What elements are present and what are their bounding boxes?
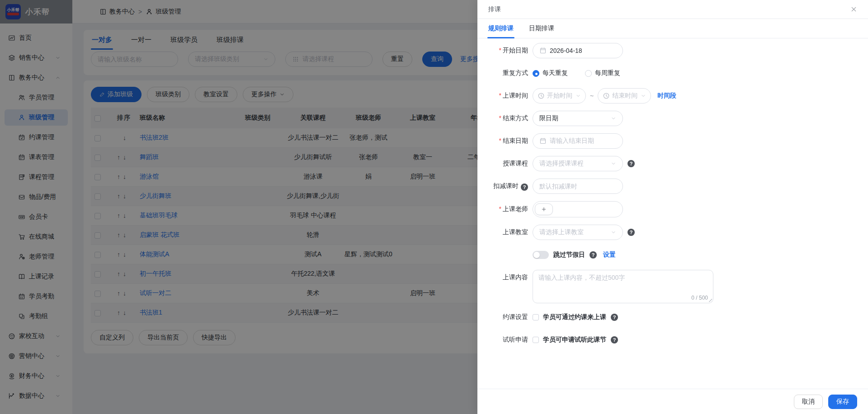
end-mode-label: *结束方式	[488, 114, 528, 122]
radio-daily-label: 每天重复	[542, 69, 568, 77]
room-placeholder: 请选择上课教室	[539, 228, 608, 236]
schedule-drawer: 排课 规则排课日期排课 *开始日期 2026-04-18 重复方式 每天重复	[477, 0, 868, 414]
deduct-label: 扣减课时?	[488, 182, 528, 191]
deduct-input-field[interactable]	[539, 183, 616, 190]
trial-checkbox-label: 学员可申请试听此课节	[543, 336, 606, 344]
room-select[interactable]: 请选择上课教室	[533, 225, 623, 240]
radio-weekly-label: 每周重复	[595, 69, 620, 77]
end-date-label: *结束日期	[488, 137, 528, 145]
end-mode-value: 限日期	[539, 114, 608, 122]
form-row-end-mode: *结束方式 限日期	[488, 111, 857, 126]
required-star: *	[499, 114, 501, 122]
booking-checkbox-label: 学员可通过约课来上课	[543, 313, 606, 321]
course-placeholder: 请选择授课课程	[539, 160, 608, 168]
start-date-input[interactable]: 2026-04-18	[533, 43, 623, 58]
form-row-deduct: 扣减课时?	[488, 179, 857, 194]
help-icon[interactable]: ?	[611, 314, 618, 321]
trial-label: 试听申请	[488, 336, 528, 344]
add-teacher-button[interactable]	[535, 203, 553, 215]
skip-holiday-label: 跳过节假日	[553, 251, 585, 259]
cancel-button[interactable]: 取消	[794, 395, 823, 409]
form-row-teacher: *上课老师	[488, 201, 857, 217]
drawer-title: 排课	[488, 5, 501, 14]
end-mode-select[interactable]: 限日期	[533, 111, 623, 126]
form-row-course: 授课课程 请选择授课课程 ?	[488, 156, 857, 171]
booking-label: 约课设置	[488, 313, 528, 321]
drawer-footer: 取消 保存	[477, 389, 868, 414]
teacher-picker	[533, 201, 623, 217]
form-row-trial: 试听申请 学员可申请试听此课节 ?	[488, 335, 857, 345]
repeat-label: 重复方式	[488, 69, 528, 77]
end-date-input[interactable]: 请输入结束日期	[533, 133, 623, 149]
schedule-form: *开始日期 2026-04-18 重复方式 每天重复 每周重复	[477, 38, 868, 389]
clock-icon	[603, 92, 610, 99]
course-label: 授课课程	[488, 160, 528, 168]
required-star: *	[499, 205, 501, 212]
trial-checkbox[interactable]	[533, 337, 539, 343]
clock-icon	[538, 92, 545, 99]
plus-icon	[541, 207, 547, 212]
drawer-tab-rule-schedule[interactable]: 规则排课	[487, 19, 514, 38]
end-time-select[interactable]: 结束时间	[598, 88, 651, 104]
start-time-placeholder: 开始时间	[547, 92, 573, 100]
form-row-room: 上课教室 请选择上课教室 ?	[488, 225, 857, 240]
class-time-label: *上课时间	[488, 92, 528, 100]
radio-checked-icon	[533, 70, 539, 77]
help-icon[interactable]: ?	[521, 183, 528, 191]
start-date-label: *开始日期	[488, 47, 528, 55]
chevron-down-icon	[611, 161, 616, 166]
form-row-start-date: *开始日期 2026-04-18	[488, 43, 857, 58]
chevron-down-icon	[641, 93, 646, 99]
form-row-end-date: *结束日期 请输入结束日期	[488, 133, 857, 149]
drawer-header: 排课	[477, 0, 868, 19]
booking-checkbox[interactable]	[533, 314, 539, 320]
content-label: 上课内容	[488, 270, 528, 282]
drawer-tab-date-schedule[interactable]: 日期排课	[528, 19, 555, 38]
form-row-booking: 约课设置 学员可通过约课来上课 ?	[488, 312, 857, 322]
end-time-placeholder: 结束时间	[612, 92, 638, 100]
time-separator: ~	[590, 92, 594, 99]
help-icon[interactable]: ?	[590, 251, 597, 259]
chevron-down-icon	[611, 116, 616, 121]
form-row-class-time: *上课时间 开始时间 ~ 结束时间 时间段	[488, 88, 857, 104]
help-icon[interactable]: ?	[627, 229, 635, 236]
start-time-select[interactable]: 开始时间	[533, 88, 586, 104]
radio-daily-repeat[interactable]: 每天重复	[533, 69, 568, 77]
timeslot-link[interactable]: 时间段	[657, 92, 676, 100]
close-icon[interactable]	[850, 6, 857, 13]
char-counter: 0 / 500	[691, 295, 708, 301]
help-icon[interactable]: ?	[611, 336, 618, 343]
form-row-holiday: 跳过节假日 ? 设置	[488, 247, 857, 263]
holiday-settings-link[interactable]: 设置	[603, 251, 616, 259]
save-button[interactable]: 保存	[828, 395, 857, 409]
calendar-icon	[539, 137, 547, 145]
content-textarea[interactable]	[533, 270, 713, 303]
form-row-repeat: 重复方式 每天重复 每周重复	[488, 66, 857, 81]
room-label: 上课教室	[488, 228, 528, 236]
required-star: *	[499, 92, 501, 99]
form-row-content: 上课内容 0 / 500	[488, 270, 857, 303]
teacher-label: *上课老师	[488, 205, 528, 213]
end-date-placeholder: 请输入结束日期	[550, 137, 616, 145]
deduct-input[interactable]	[533, 179, 623, 194]
chevron-down-icon	[611, 230, 616, 235]
calendar-icon	[539, 47, 547, 54]
content-textarea-wrap: 0 / 500	[533, 270, 713, 303]
required-star: *	[499, 137, 501, 144]
radio-unchecked-icon	[585, 70, 592, 77]
drawer-tabs: 规则排课日期排课	[477, 19, 868, 38]
skip-holiday-toggle[interactable]	[533, 251, 549, 259]
chevron-down-icon	[576, 93, 581, 99]
start-date-value: 2026-04-18	[550, 47, 616, 54]
radio-weekly-repeat[interactable]: 每周重复	[585, 69, 620, 77]
required-star: *	[499, 47, 501, 54]
help-icon[interactable]: ?	[627, 160, 635, 167]
course-select[interactable]: 请选择授课课程	[533, 156, 623, 171]
